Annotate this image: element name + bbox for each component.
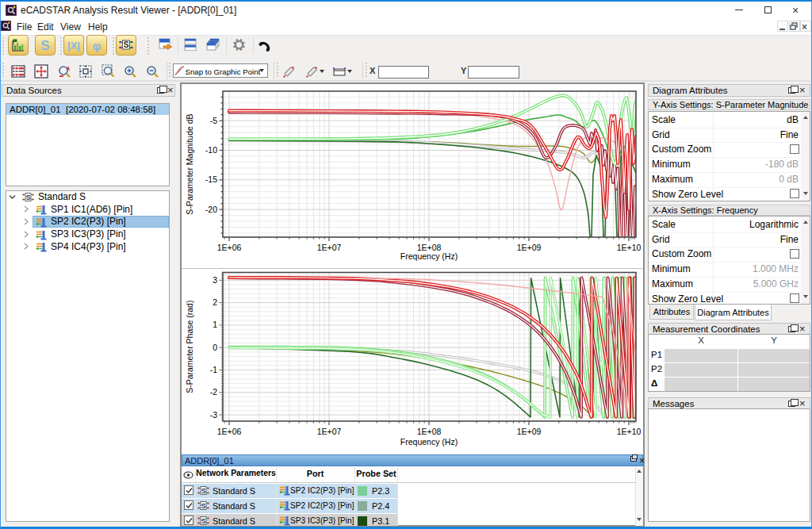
svg-text:1E+08: 1E+08 (417, 427, 442, 436)
svg-text:1E+07: 1E+07 (317, 427, 342, 436)
svg-text:S: S (124, 40, 129, 49)
svg-text:1: 1 (213, 320, 217, 329)
svg-text:S-Parameter Magnitude dB: S-Parameter Magnitude dB (185, 113, 194, 214)
svg-text:0: 0 (213, 343, 217, 352)
svg-text:-10: -10 (205, 145, 217, 155)
svg-text:Frequency (Hz): Frequency (Hz) (400, 251, 458, 261)
svg-text:S: S (201, 502, 206, 510)
svg-text:3: 3 (213, 275, 217, 285)
svg-text:-15: -15 (205, 174, 217, 184)
svg-text:-1: -1 (210, 365, 217, 374)
svg-text:-5: -5 (210, 116, 217, 125)
svg-text:S: S (201, 487, 206, 495)
svg-text:-20: -20 (205, 205, 217, 214)
svg-text:1E+06: 1E+06 (217, 427, 242, 436)
svg-text:S: S (201, 517, 206, 525)
svg-text:2: 2 (213, 297, 217, 307)
svg-text:|X|: |X| (67, 40, 80, 52)
svg-text:φ: φ (93, 39, 102, 52)
svg-text:-3: -3 (210, 410, 217, 420)
svg-text:1E+10: 1E+10 (617, 243, 642, 252)
svg-text:1E+09: 1E+09 (517, 427, 542, 436)
svg-text:S: S (40, 38, 49, 53)
svg-text:Frequency (Hz): Frequency (Hz) (400, 437, 458, 447)
svg-text:1E+09: 1E+09 (517, 243, 542, 252)
svg-text:S-Parameter Phase (rad): S-Parameter Phase (rad) (185, 301, 194, 393)
svg-text:1E+10: 1E+10 (617, 427, 642, 436)
svg-text:-2: -2 (210, 387, 217, 397)
svg-text:1E+07: 1E+07 (317, 243, 342, 252)
svg-text:S: S (26, 194, 31, 201)
svg-text:1E+06: 1E+06 (217, 243, 242, 252)
